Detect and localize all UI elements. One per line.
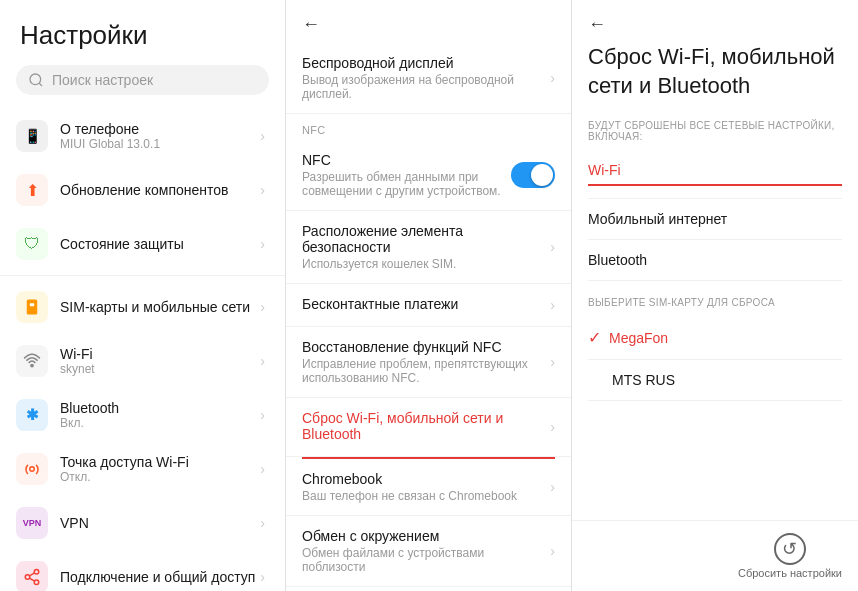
back-arrow-middle[interactable]: ← (302, 14, 320, 35)
menu-sub: Откл. (60, 470, 260, 484)
reset-item-label: Мобильный интернет (588, 211, 842, 227)
mid-item-desc: Вывод изображения на беспроводной диспле… (302, 73, 550, 101)
middle-header: ← (286, 0, 571, 43)
sidebar-item-connection-sharing[interactable]: Подключение и общий доступ › (0, 550, 285, 591)
sim-item-megafon-label: MegaFon (609, 330, 668, 346)
mid-item-label: Chromebook (302, 471, 550, 487)
will-reset-label: Будут сброшены все сетевые настройки, вк… (588, 120, 842, 142)
sim-section-label: Выберите SIM-карту для сброса (588, 297, 842, 308)
chevron-icon: › (260, 461, 265, 477)
menu-text: SIM-карты и мобильные сети (60, 299, 260, 315)
mid-item-label: Сброс Wi-Fi, мобильной сети и Bluetooth (302, 410, 550, 442)
menu-label: Wi-Fi (60, 346, 260, 362)
svg-line-10 (29, 573, 34, 576)
left-panel: Настройки Поиск настроек 📱 О телефоне MI… (0, 0, 286, 591)
mid-item-label: Бесконтактные платежи (302, 296, 550, 312)
chevron-icon: › (260, 569, 265, 585)
nfc-toggle[interactable] (511, 162, 555, 188)
middle-panel: ← Беспроводной дисплей Вывод изображения… (286, 0, 572, 591)
menu-label: SIM-карты и мобильные сети (60, 299, 260, 315)
svg-rect-2 (27, 300, 38, 315)
sidebar-item-wifi[interactable]: Wi-Fi skynet › (0, 334, 285, 388)
menu-label: О телефоне (60, 121, 260, 137)
mid-item-chromebook[interactable]: Chromebook Ваш телефон не связан с Chrom… (286, 459, 571, 516)
mid-item-security-element[interactable]: Расположение элемента безопасности Испол… (286, 211, 571, 284)
sidebar-item-about-phone[interactable]: 📱 О телефоне MIUI Global 13.0.1 › (0, 109, 285, 163)
reset-item-wifi: Wi-Fi (588, 150, 842, 199)
svg-point-0 (30, 74, 41, 85)
hotspot-icon (16, 453, 48, 485)
sidebar-item-vpn[interactable]: VPN VPN › (0, 496, 285, 550)
svg-point-7 (25, 575, 30, 580)
mid-item-nfc-restore[interactable]: Восстановление функций NFC Исправление п… (286, 327, 571, 398)
mid-item-nfc-payments[interactable]: Бесконтактные платежи › (286, 284, 571, 327)
sidebar-item-update[interactable]: ⬆ Обновление компонентов › (0, 163, 285, 217)
wifi-icon (16, 345, 48, 377)
svg-line-9 (29, 578, 34, 581)
sim-item-megafon[interactable]: ✓ MegaFon (588, 316, 842, 360)
menu-text: Точка доступа Wi-Fi Откл. (60, 454, 260, 484)
search-placeholder: Поиск настроек (52, 72, 153, 88)
reset-btn-label: Сбросить настройки (738, 567, 842, 579)
app-title: Настройки (0, 20, 285, 65)
chevron-icon: › (260, 515, 265, 531)
chevron-icon: › (260, 128, 265, 144)
bluetooth-icon: ✱ (16, 399, 48, 431)
menu-text: Wi-Fi skynet (60, 346, 260, 376)
chevron-icon: › (550, 297, 555, 313)
mid-item-text: Беспроводной дисплей Вывод изображения н… (302, 55, 550, 101)
reset-item-wifi-label: Wi-Fi (588, 162, 842, 186)
menu-text: Состояние защиты (60, 236, 260, 252)
chevron-icon: › (260, 182, 265, 198)
menu-text: Подключение и общий доступ (60, 569, 260, 585)
mid-item-desc: Исправление проблем, препятствующих испо… (302, 357, 550, 385)
search-bar[interactable]: Поиск настроек (16, 65, 269, 95)
chevron-icon: › (550, 543, 555, 559)
sharing-icon (16, 561, 48, 591)
mid-item-nearby-share[interactable]: Обмен с окружением Обмен файлами с устро… (286, 516, 571, 587)
sim-item-mts[interactable]: MTS RUS (588, 360, 842, 401)
right-footer: Сбросить настройки (572, 520, 858, 591)
mid-item-label: Беспроводной дисплей (302, 55, 550, 71)
menu-label: VPN (60, 515, 260, 531)
update-icon: ⬆ (16, 174, 48, 206)
sidebar-item-protection[interactable]: 🛡 Состояние защиты › (0, 217, 285, 271)
menu-label: Точка доступа Wi-Fi (60, 454, 260, 470)
sidebar-item-hotspot[interactable]: Точка доступа Wi-Fi Откл. › (0, 442, 285, 496)
chevron-icon: › (550, 354, 555, 370)
svg-point-8 (34, 580, 39, 585)
sim-icon (16, 291, 48, 323)
mid-item-nfc[interactable]: NFC Разрешить обмен данными при совмещен… (286, 140, 571, 211)
section-label-nfc: NFC (286, 114, 571, 140)
mid-item-text: Бесконтактные платежи (302, 296, 550, 314)
mid-item-wireless-display[interactable]: Беспроводной дисплей Вывод изображения н… (286, 43, 571, 114)
mid-item-desc: Разрешить обмен данными при совмещении с… (302, 170, 511, 198)
chevron-icon: › (260, 353, 265, 369)
right-title: Сброс Wi-Fi, мобильной сети и Bluetooth (588, 43, 842, 100)
menu-text: Обновление компонентов (60, 182, 260, 198)
right-header: ← Сброс Wi-Fi, мобильной сети и Bluetoot… (572, 0, 858, 108)
phone-icon: 📱 (16, 120, 48, 152)
menu-text: О телефоне MIUI Global 13.0.1 (60, 121, 260, 151)
reset-circle-icon (774, 533, 806, 565)
chevron-icon: › (550, 479, 555, 495)
menu-label: Состояние защиты (60, 236, 260, 252)
sidebar-item-bluetooth[interactable]: ✱ Bluetooth Вкл. › (0, 388, 285, 442)
mid-item-reset-wifi[interactable]: Сброс Wi-Fi, мобильной сети и Bluetooth … (286, 398, 571, 457)
mid-item-desc: Используется кошелек SIM. (302, 257, 550, 271)
menu-sub: skynet (60, 362, 260, 376)
mid-item-label: Восстановление функций NFC (302, 339, 550, 355)
mid-item-text: Chromebook Ваш телефон не связан с Chrom… (302, 471, 550, 503)
mid-item-label: NFC (302, 152, 511, 168)
sim-item-mts-label: MTS RUS (612, 372, 675, 388)
reset-settings-button[interactable]: Сбросить настройки (738, 533, 842, 579)
left-menu: 📱 О телефоне MIUI Global 13.0.1 › ⬆ Обно… (0, 109, 285, 591)
svg-rect-3 (30, 303, 35, 306)
svg-line-1 (39, 83, 42, 86)
search-icon (28, 72, 44, 88)
check-icon: ✓ (588, 328, 601, 347)
middle-content: Беспроводной дисплей Вывод изображения н… (286, 43, 571, 591)
sidebar-item-sim[interactable]: SIM-карты и мобильные сети › (0, 280, 285, 334)
back-arrow-right[interactable]: ← (588, 14, 606, 34)
menu-text: Bluetooth Вкл. (60, 400, 260, 430)
